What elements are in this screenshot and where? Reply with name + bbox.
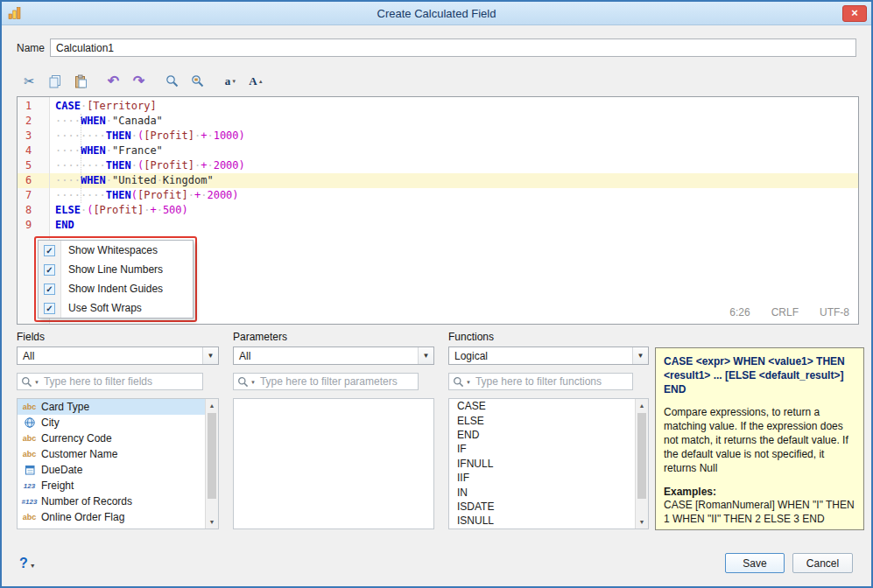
chevron-down-icon[interactable]: ▼ (202, 347, 218, 364)
decrease-font-icon[interactable]: a▼ (222, 73, 239, 89)
chevron-down-icon[interactable]: ▼ (250, 380, 256, 385)
expression-editor[interactable]: 1CASE·[Territory]2····WHEN·"Canada"3····… (17, 96, 859, 325)
scrollbar-thumb[interactable] (637, 413, 646, 499)
scroll-down-icon[interactable]: ▼ (206, 515, 218, 528)
menu-item-show-whitespaces[interactable]: ✓Show Whitespaces (39, 241, 193, 260)
code-line-6[interactable]: 6····WHEN·"United·Kingdom" (18, 173, 858, 188)
code-token: ) (182, 204, 188, 216)
fields-list[interactable]: abcCard TypeCityabcCurrency CodeabcCusto… (17, 398, 219, 529)
chevron-down-icon[interactable]: ▼ (632, 347, 648, 364)
close-icon[interactable]: × (842, 5, 867, 22)
field-item-label: Freight (41, 480, 74, 492)
code-line-3[interactable]: 3········THEN·([Profit]·+·1000) (18, 129, 858, 144)
fields-filter-input[interactable]: ▼ Type here to filter fields (17, 373, 203, 390)
functions-filter-input[interactable]: ▼ Type here to filter functions (448, 373, 633, 390)
function-item-else[interactable]: ELSE (449, 413, 635, 427)
code-token: [Profit] (144, 130, 194, 142)
increase-font-icon[interactable]: A▲ (248, 73, 264, 89)
menu-check-cell: ✓ (39, 279, 61, 298)
menu-item-show-line-numbers[interactable]: ✓Show Line Numbers (39, 260, 193, 279)
code-token: ) (239, 159, 245, 172)
up-arrow-icon: ▲ (258, 79, 264, 84)
functions-dropdown-value: Logical (449, 350, 632, 362)
code-token: WHEN (81, 144, 106, 157)
function-item-isdate[interactable]: ISDATE (449, 500, 635, 514)
increase-font-letter: A (249, 74, 257, 88)
code-area[interactable]: 1CASE·[Territory]2····WHEN·"Canada"3····… (18, 99, 858, 233)
function-item-in[interactable]: IN (449, 485, 635, 499)
code-line-2[interactable]: 2····WHEN·"Canada" (18, 114, 858, 129)
redo-icon[interactable]: ↷ (130, 73, 147, 89)
function-description-panel: CASE <expr> WHEN <value1> THEN <result1>… (655, 347, 864, 530)
fields-filter-placeholder: Type here to filter fields (44, 375, 152, 388)
field-item-number-of-records[interactable]: #123Number of Records (18, 494, 205, 509)
function-item-end[interactable]: END (449, 428, 635, 442)
function-item-iif[interactable]: IIF (449, 471, 635, 485)
field-item-duedate[interactable]: DueDate (18, 462, 205, 478)
scroll-up-icon[interactable]: ▲ (206, 399, 218, 412)
scroll-up-icon[interactable]: ▲ (636, 399, 648, 412)
code-token: ···· (55, 144, 81, 157)
functions-scrollbar[interactable]: ▲ ▼ (635, 399, 648, 528)
field-item-freight[interactable]: 123Freight (18, 478, 205, 494)
functions-panel: Functions Logical ▼ ▼ Type here to filte… (448, 331, 649, 529)
titlebar: Create Calculated Field × (2, 2, 871, 25)
caret-position: 6:26 (729, 305, 750, 320)
code-token: 1000 (214, 130, 239, 142)
cut-icon[interactable]: ✂ (21, 73, 38, 89)
code-line-8[interactable]: 8ELSE·([Profit]·+·500) (18, 203, 858, 218)
menu-item-use-soft-wraps[interactable]: ✓Use Soft Wraps (39, 298, 193, 318)
line-number: 6 (18, 173, 49, 188)
scrollbar-thumb[interactable] (208, 413, 216, 499)
code-token: 2000 (214, 159, 239, 172)
field-item-customer-name[interactable]: abcCustomer Name (18, 446, 205, 462)
chevron-down-icon[interactable]: ▼ (418, 347, 433, 364)
name-label: Name (17, 42, 50, 54)
examples-label: Examples: (664, 486, 855, 500)
field-item-city[interactable]: City (18, 415, 205, 430)
undo-icon[interactable]: ↶ (105, 73, 122, 89)
fields-scrollbar[interactable]: ▲ ▼ (205, 399, 218, 528)
fields-type-dropdown[interactable]: All ▼ (17, 346, 219, 365)
parameters-list[interactable] (233, 398, 434, 529)
code-token: ) (232, 189, 238, 201)
annotation-highlight-box: ✓Show Whitespaces✓Show Line Numbers✓Show… (34, 236, 197, 322)
line-number: 4 (18, 144, 49, 158)
code-token: · (131, 159, 137, 172)
chevron-down-icon[interactable]: ▼ (466, 380, 471, 385)
field-item-card-type[interactable]: abcCard Type (18, 399, 205, 415)
functions-category-dropdown[interactable]: Logical ▼ (448, 346, 649, 365)
function-item-case[interactable]: CASE (449, 399, 635, 413)
functions-list[interactable]: CASEELSEENDIFIFNULLIIFINISDATEISNULL ▲ ▼ (448, 398, 649, 529)
code-line-9[interactable]: 9END (18, 218, 858, 233)
replace-icon[interactable] (189, 73, 206, 89)
checkbox-checked-icon: ✓ (44, 245, 55, 256)
help-question-icon: ? (19, 556, 28, 571)
function-item-isnull[interactable]: ISNULL (449, 514, 635, 528)
code-line-4[interactable]: 4····WHEN·"France" (18, 144, 858, 158)
decrease-font-letter: a (225, 74, 231, 88)
code-line-5[interactable]: 5········THEN·([Profit]·+·2000) (18, 158, 858, 173)
name-input[interactable]: Calculation1 (50, 38, 856, 57)
find-icon[interactable] (164, 73, 180, 89)
chevron-down-icon[interactable]: ▼ (34, 380, 39, 385)
code-line-1[interactable]: 1CASE·[Territory] (18, 99, 858, 114)
help-button[interactable]: ?▼ (19, 556, 36, 571)
line-ending: CRLF (771, 305, 799, 320)
function-item-if[interactable]: IF (449, 442, 635, 456)
menu-item-label: Use Soft Wraps (61, 301, 142, 316)
parameters-type-dropdown[interactable]: All ▼ (233, 346, 434, 365)
scroll-down-icon[interactable]: ▼ (636, 515, 648, 528)
code-line-7[interactable]: 7········THEN([Profit]·+·2000) (18, 188, 858, 203)
field-item-online-order-flag[interactable]: abcOnline Order Flag (18, 509, 205, 525)
cancel-button[interactable]: Cancel (792, 553, 853, 573)
copy-icon[interactable] (46, 73, 63, 89)
field-item-currency-code[interactable]: abcCurrency Code (18, 430, 205, 446)
paste-icon[interactable] (72, 73, 88, 89)
menu-item-show-indent-guides[interactable]: ✓Show Indent Guides (39, 279, 193, 298)
function-item-ifnull[interactable]: IFNULL (449, 457, 635, 471)
parameters-filter-input[interactable]: ▼ Type here to filter parameters (233, 373, 419, 390)
search-icon (453, 376, 464, 388)
search-icon (21, 376, 32, 388)
save-button[interactable]: Save (725, 553, 785, 573)
